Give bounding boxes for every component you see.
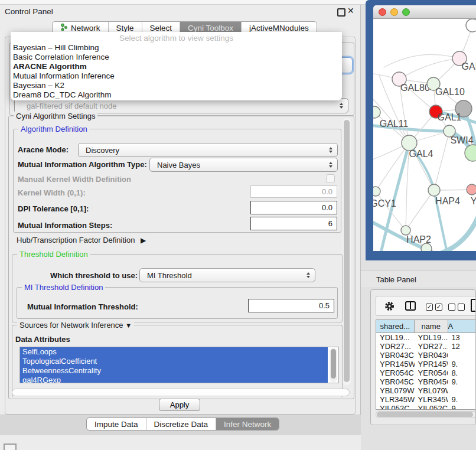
mi-steps-field[interactable]: 6	[250, 217, 337, 230]
settings-hscroll[interactable]	[12, 389, 350, 396]
algorithm-dropdown-popup: Select algorithm to view settings Bayesi…	[11, 32, 342, 100]
network-edge	[406, 190, 434, 230]
table-cell: YDR27...	[376, 342, 415, 351]
window-minimize-button[interactable]	[390, 8, 398, 16]
checked-checkbox-icon[interactable]: ✓	[435, 304, 442, 311]
table-cell: YBL079W	[415, 386, 448, 395]
algorithm-option[interactable]: Dream8 DC_TDC Algorithm	[11, 90, 342, 100]
algorithm-option[interactable]: Bayesian – Hill Climbing	[11, 43, 342, 53]
network-node[interactable]	[373, 187, 380, 196]
tab-infer-network-label: Infer Network	[224, 420, 271, 429]
node-table[interactable]: shared...nameA YDL19...YDL19...13YDR27..…	[376, 319, 476, 410]
table-cell: YLR345W	[415, 395, 448, 404]
attribute-list-item[interactable]: BetweennessCentrality	[20, 366, 328, 376]
table-row[interactable]: YBR043CYBR043C	[376, 351, 476, 360]
mi-threshold-value: 0.5	[319, 301, 330, 310]
tab-impute-data[interactable]: Impute Data	[87, 418, 146, 430]
network-node[interactable]	[466, 19, 476, 32]
algorithm-option[interactable]: Basic Correlation Inference	[11, 53, 342, 62]
sources-title-label: Sources for Network Inference	[19, 321, 123, 330]
window-close-button[interactable]	[379, 8, 386, 16]
network-window-titlebar[interactable]	[373, 5, 476, 19]
network-combobox-value: gal-filtered sif default node	[22, 102, 116, 110]
tab-infer-network[interactable]: Infer Network	[216, 418, 279, 430]
table-cell: YLR345W	[376, 395, 415, 404]
table-cell: YBR045C	[376, 377, 415, 386]
file-icon[interactable]	[471, 299, 476, 312]
attr-list-vscroll-thumb[interactable]	[331, 349, 336, 379]
minimized-panel-icon[interactable]	[4, 444, 17, 450]
table-row[interactable]: YBL079WYBL079W	[376, 386, 476, 395]
network-node[interactable]	[465, 145, 476, 161]
table-cell: YDR27...	[415, 342, 448, 351]
table-row[interactable]: YER054CYER054C8.	[376, 369, 476, 377]
data-attributes-list[interactable]: SelfLoopsTopologicalCoefficientBetweenne…	[19, 347, 339, 383]
network-node-label: SWI4	[450, 135, 473, 145]
table-hscroll-thumb[interactable]	[377, 412, 473, 417]
mi-threshold-field[interactable]: 0.5	[248, 299, 334, 312]
network-node-label: GAL80	[400, 83, 430, 93]
algorithm-option[interactable]: ARACNE Algorithm	[11, 62, 342, 71]
table-cell: YPR145W	[415, 360, 448, 369]
table-cell: YER054C	[376, 369, 415, 377]
data-attributes-label: Data Attributes	[15, 335, 70, 344]
apply-button[interactable]: Apply	[159, 399, 200, 411]
network-node[interactable]	[401, 226, 410, 235]
attribute-list-item[interactable]: gal4RGexp	[20, 376, 328, 383]
network-node[interactable]	[421, 243, 432, 251]
checked-checkbox-icon[interactable]: ✓	[426, 304, 433, 311]
dpi-tolerance-value: 0.0	[322, 203, 332, 212]
close-icon[interactable]: ✕	[347, 6, 354, 15]
table-cell	[448, 386, 476, 395]
algorithm-option[interactable]: Mutual Information Inference	[11, 71, 342, 81]
network-node[interactable]	[467, 184, 476, 195]
table-column-header[interactable]: name	[415, 320, 448, 333]
tab-discretize-data[interactable]: Discretize Data	[146, 418, 216, 430]
network-graph: GAL7GAL80GAL10GAL1SWI4GAL11GAL4GCY1HAP4Y…	[373, 19, 476, 251]
tab-style-label: Style	[116, 24, 134, 32]
network-edge	[384, 54, 459, 67]
network-edge	[399, 58, 459, 79]
which-threshold-combobox[interactable]: MI Threshold	[139, 268, 315, 282]
mi-steps-value: 6	[328, 219, 332, 228]
unchecked-checkbox-icon[interactable]	[448, 304, 455, 311]
aracne-mode-combobox[interactable]: Discovery	[78, 143, 338, 157]
expand-arrow-icon: ▶	[141, 236, 146, 244]
table-cell: 9.	[448, 360, 476, 369]
attribute-list-item[interactable]: TopologicalCoefficient	[20, 357, 328, 366]
table-cell: YBR043C	[415, 351, 448, 360]
dpi-tolerance-label: DPI Tolerance [0,1]:	[18, 204, 89, 213]
network-canvas[interactable]: GAL7GAL80GAL10GAL1SWI4GAL11GAL4GCY1HAP4Y…	[373, 19, 476, 251]
table-column-header[interactable]: A	[448, 320, 476, 333]
mi-type-combobox[interactable]: Naive Bayes	[149, 158, 338, 172]
columns-icon[interactable]	[405, 301, 416, 311]
which-threshold-value: MI Threshold	[147, 271, 192, 280]
table-row[interactable]: YIL052CYIL052C9.	[376, 404, 476, 410]
algorithm-definition-title: Algorithm Definition	[18, 125, 90, 133]
table-row[interactable]: YLR345WYLR345W9.	[376, 395, 476, 404]
algorithm-option[interactable]: Bayesian – K2	[11, 81, 342, 90]
window-zoom-button[interactable]	[402, 8, 410, 16]
kernel-width-field[interactable]: 0.0	[250, 185, 337, 198]
table-row[interactable]: YPR145WYPR145W9.	[376, 360, 476, 369]
unchecked-checkbox-icon[interactable]	[458, 304, 465, 311]
table-cell: 8.	[448, 369, 476, 377]
sources-group-title[interactable]: Sources for Network Inference ▼	[17, 321, 134, 330]
network-node[interactable]	[428, 184, 440, 196]
table-cell: 9.	[448, 377, 476, 386]
hub-tf-definition-toggle[interactable]: Hub/Transcription Factor Definition ▶	[17, 236, 146, 244]
float-icon[interactable]	[337, 8, 345, 17]
combo-arrows-icon	[307, 272, 310, 278]
network-node-label: HAP2	[406, 234, 431, 244]
table-panel-titlebar: Table Panel	[361, 270, 476, 287]
attribute-list-item[interactable]: SelfLoops	[20, 347, 328, 357]
gear-icon[interactable]	[384, 301, 395, 314]
settings-vscroll-thumb[interactable]	[344, 120, 350, 382]
manual-kernel-checkbox[interactable]	[326, 174, 335, 183]
table-row[interactable]: YDR27...YDR27...12	[376, 342, 476, 351]
mi-type-label: Mutual Information Algorithm Type:	[18, 160, 147, 169]
table-row[interactable]: YDL19...YDL19...13	[376, 333, 476, 342]
table-column-header[interactable]: shared...	[376, 320, 415, 333]
table-row[interactable]: YBR045CYBR045C9.	[376, 377, 476, 386]
dpi-tolerance-field[interactable]: 0.0	[250, 201, 337, 214]
